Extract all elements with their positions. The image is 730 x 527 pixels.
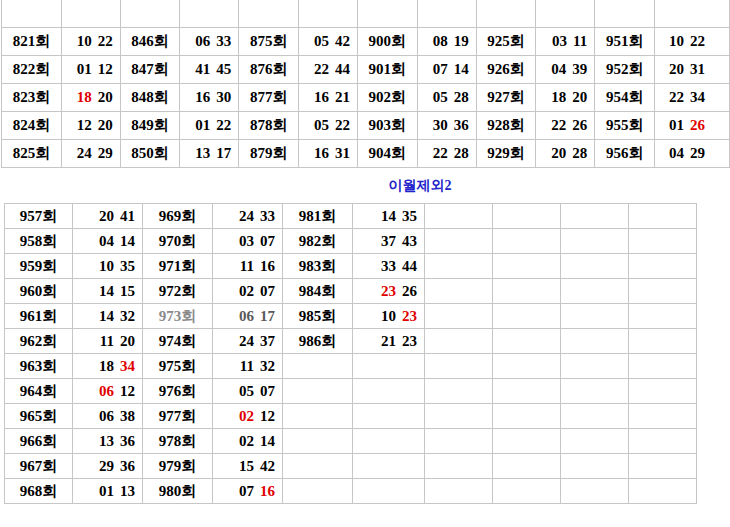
round-cell: 903회 <box>357 112 417 140</box>
stub-cell <box>61 0 120 28</box>
empty-round-cell <box>283 404 353 429</box>
numbers-cell: 2244 <box>299 56 358 84</box>
round-cell: 984회 <box>283 279 353 304</box>
numbers-cell: 0716 <box>213 479 283 504</box>
numbers-cell: 1415 <box>73 279 143 304</box>
round-cell: 974회 <box>143 329 213 354</box>
table-row: 962회1120974회2437986회2123 <box>5 329 697 354</box>
number-first: 24 <box>77 145 92 161</box>
clipped-row-above <box>2 0 730 28</box>
number-second: 20 <box>572 89 587 105</box>
number-first: 03 <box>552 33 567 49</box>
empty-cell <box>629 354 697 379</box>
number-second: 12 <box>120 383 135 399</box>
numbers-cell: 1621 <box>299 84 358 112</box>
empty-cell <box>561 304 629 329</box>
numbers-cell: 1435 <box>353 204 425 229</box>
round-cell: 848회 <box>120 84 180 112</box>
round-cell: 823회 <box>2 84 62 112</box>
number-second: 14 <box>260 433 275 449</box>
table-row: 967회2936979회1542 <box>5 454 697 479</box>
round-cell: 928회 <box>476 112 536 140</box>
empty-cell <box>561 404 629 429</box>
number-first: 05 <box>433 89 448 105</box>
table-row: 959회1035971회1116983회3344 <box>5 254 697 279</box>
numbers-cell: 0429 <box>655 140 730 168</box>
number-second: 42 <box>335 33 350 49</box>
number-second: 21 <box>335 89 350 105</box>
round-cell: 965회 <box>5 404 73 429</box>
stub-cell <box>417 0 476 28</box>
table-row: 823회1820848회1630877회1621902회0528927회1820… <box>2 84 730 112</box>
numbers-cell: 0638 <box>73 404 143 429</box>
stub-cell <box>476 0 536 28</box>
numbers-cell: 0126 <box>655 112 730 140</box>
numbers-cell: 1631 <box>299 140 358 168</box>
number-second: 30 <box>216 89 231 105</box>
stub-cell <box>536 0 595 28</box>
empty-cell <box>629 204 697 229</box>
number-first: 07 <box>239 483 254 499</box>
round-cell: 957회 <box>5 204 73 229</box>
round-cell: 901회 <box>357 56 417 84</box>
number-first: 30 <box>433 117 448 133</box>
empty-cell <box>561 354 629 379</box>
number-second: 28 <box>454 145 469 161</box>
number-first: 16 <box>195 89 210 105</box>
number-first: 06 <box>99 383 114 399</box>
empty-cell <box>561 279 629 304</box>
number-first: 24 <box>239 333 254 349</box>
numbers-cell: 2234 <box>655 84 730 112</box>
number-first: 02 <box>239 433 254 449</box>
round-cell: 985회 <box>283 304 353 329</box>
number-first: 11 <box>240 358 254 374</box>
numbers-cell: 1035 <box>73 254 143 279</box>
empty-cell <box>561 229 629 254</box>
round-cell: 875회 <box>239 28 299 56</box>
round-cell: 966회 <box>5 429 73 454</box>
round-cell: 927회 <box>476 84 536 112</box>
table-row: 963회1834975회1132 <box>5 354 697 379</box>
number-first: 24 <box>239 208 254 224</box>
number-second: 31 <box>335 145 350 161</box>
number-second: 33 <box>260 208 275 224</box>
numbers-cell: 2041 <box>73 204 143 229</box>
empty-cell <box>493 404 561 429</box>
number-first: 16 <box>314 145 329 161</box>
number-second: 41 <box>120 208 135 224</box>
round-cell: 847회 <box>120 56 180 84</box>
number-second: 22 <box>216 117 231 133</box>
numbers-cell: 3344 <box>353 254 425 279</box>
number-first: 08 <box>433 33 448 49</box>
number-second: 37 <box>260 333 275 349</box>
round-cell: 904회 <box>357 140 417 168</box>
number-first: 33 <box>381 258 396 274</box>
numbers-cell: 0612 <box>73 379 143 404</box>
numbers-cell: 0112 <box>61 56 120 84</box>
number-second: 11 <box>573 33 587 49</box>
table-row: 824회1220849회0122878회0522903회3036928회2226… <box>2 112 730 140</box>
empty-numbers-cell <box>353 404 425 429</box>
round-cell: 877회 <box>239 84 299 112</box>
empty-cell <box>425 329 493 354</box>
numbers-cell: 1116 <box>213 254 283 279</box>
number-second: 44 <box>402 258 417 274</box>
numbers-cell: 0542 <box>299 28 358 56</box>
number-first: 10 <box>381 308 396 324</box>
numbers-cell: 0311 <box>536 28 595 56</box>
number-first: 20 <box>669 61 684 77</box>
empty-cell <box>629 404 697 429</box>
empty-round-cell <box>283 354 353 379</box>
numbers-cell: 0522 <box>299 112 358 140</box>
number-second: 31 <box>690 61 705 77</box>
numbers-cell: 2429 <box>61 140 120 168</box>
number-first: 03 <box>239 233 254 249</box>
number-second: 32 <box>260 358 275 374</box>
number-second: 32 <box>120 308 135 324</box>
empty-cell <box>561 329 629 354</box>
number-first: 01 <box>195 117 210 133</box>
empty-cell <box>493 379 561 404</box>
round-cell: 825회 <box>2 140 62 168</box>
number-first: 14 <box>381 208 396 224</box>
numbers-cell: 0122 <box>180 112 239 140</box>
